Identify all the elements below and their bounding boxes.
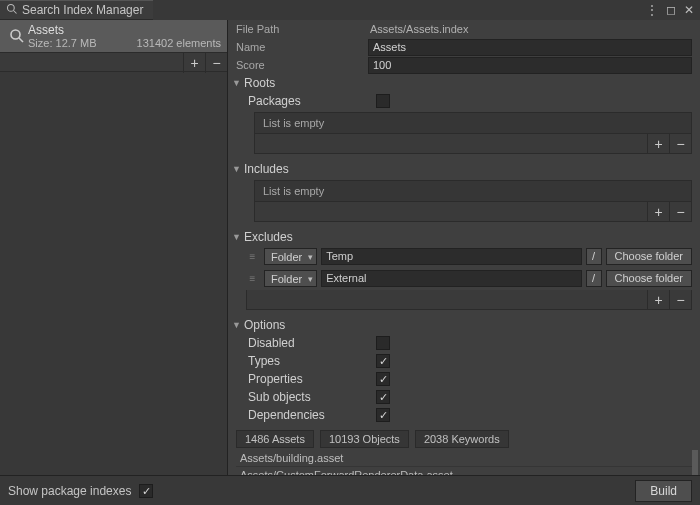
exclude-item: ≡ Folder / Choose folder [246, 268, 692, 288]
option-checkbox-dependencies[interactable] [376, 408, 390, 422]
show-package-indexes-checkbox[interactable] [139, 484, 153, 498]
asset-list[interactable]: Assets/building.asset Assets/CustomForwa… [236, 450, 692, 475]
window-title: Search Index Manager [22, 3, 143, 17]
roots-empty-text: List is empty [255, 113, 691, 133]
list-item[interactable]: Assets/CustomForwardRendererData.asset [236, 467, 692, 475]
includes-remove-button[interactable]: − [669, 202, 691, 222]
option-checkbox-disabled[interactable] [376, 336, 390, 350]
options-title: Options [244, 318, 285, 332]
path-browse-button[interactable]: / [586, 248, 602, 265]
file-path-value: Assets/Assets.index [368, 23, 692, 35]
excludes-title: Excludes [244, 230, 293, 244]
svg-point-2 [11, 30, 20, 39]
roots-foldout[interactable]: ▼ Roots [228, 74, 700, 92]
includes-list: List is empty [254, 180, 692, 202]
roots-list: List is empty [254, 112, 692, 134]
exclude-kind-dropdown[interactable]: Folder [264, 270, 317, 287]
option-label: Disabled [248, 336, 376, 350]
option-checkbox-sub-objects[interactable] [376, 390, 390, 404]
packages-checkbox[interactable] [376, 94, 390, 108]
option-checkbox-types[interactable] [376, 354, 390, 368]
excludes-foldout[interactable]: ▼ Excludes [228, 228, 700, 246]
roots-remove-button[interactable]: − [669, 134, 691, 154]
includes-foldout[interactable]: ▼ Includes [228, 160, 700, 178]
excludes-remove-button[interactable]: − [669, 290, 691, 310]
show-package-indexes-label: Show package indexes [8, 484, 131, 498]
exclude-item: ≡ Folder / Choose folder [246, 246, 692, 266]
option-label: Properties [248, 372, 376, 386]
index-entry[interactable]: Assets Size: 12.7 MB 131402 elements [0, 20, 227, 52]
index-elements: 131402 elements [137, 37, 221, 49]
choose-folder-button[interactable]: Choose folder [606, 248, 693, 265]
chevron-down-icon: ▼ [232, 164, 244, 174]
chevron-down-icon: ▼ [232, 232, 244, 242]
search-icon [6, 3, 18, 18]
option-label: Types [248, 354, 376, 368]
exclude-path-field[interactable] [321, 248, 581, 265]
stats-keywords[interactable]: 2038 Keywords [415, 430, 509, 448]
add-index-button[interactable]: + [183, 53, 205, 73]
score-label: Score [228, 59, 368, 71]
scrollbar-thumb[interactable] [692, 450, 698, 475]
svg-line-1 [14, 10, 17, 13]
drag-handle-icon[interactable]: ≡ [246, 251, 260, 262]
remove-index-button[interactable]: − [205, 53, 227, 73]
name-field[interactable] [368, 39, 692, 56]
path-browse-button[interactable]: / [586, 270, 602, 287]
name-label: Name [228, 41, 368, 53]
maximize-icon[interactable]: ◻ [666, 3, 676, 17]
close-icon[interactable]: ✕ [684, 3, 694, 17]
roots-add-button[interactable]: + [647, 134, 669, 154]
option-label: Sub objects [248, 390, 376, 404]
list-item[interactable]: Assets/building.asset [236, 450, 692, 467]
window-tab[interactable]: Search Index Manager [0, 0, 153, 20]
build-button[interactable]: Build [635, 480, 692, 502]
option-checkbox-properties[interactable] [376, 372, 390, 386]
drag-handle-icon[interactable]: ≡ [246, 273, 260, 284]
option-label: Dependencies [248, 408, 376, 422]
options-foldout[interactable]: ▼ Options [228, 316, 700, 334]
chevron-down-icon: ▼ [232, 78, 244, 88]
svg-line-3 [19, 38, 23, 42]
chevron-down-icon: ▼ [232, 320, 244, 330]
stats-assets[interactable]: 1486 Assets [236, 430, 314, 448]
includes-title: Includes [244, 162, 289, 176]
file-path-label: File Path [228, 23, 368, 35]
choose-folder-button[interactable]: Choose folder [606, 270, 693, 287]
packages-label: Packages [248, 94, 376, 108]
exclude-kind-dropdown[interactable]: Folder [264, 248, 317, 265]
kebab-menu-icon[interactable]: ⋮ [646, 3, 658, 17]
index-size: Size: 12.7 MB [28, 37, 96, 49]
score-field[interactable] [368, 57, 692, 74]
index-name: Assets [28, 23, 221, 37]
stats-objects[interactable]: 10193 Objects [320, 430, 409, 448]
search-icon [6, 28, 28, 44]
svg-point-0 [8, 4, 15, 11]
exclude-path-field[interactable] [321, 270, 581, 287]
roots-title: Roots [244, 76, 275, 90]
includes-add-button[interactable]: + [647, 202, 669, 222]
excludes-add-button[interactable]: + [647, 290, 669, 310]
includes-empty-text: List is empty [255, 181, 691, 201]
